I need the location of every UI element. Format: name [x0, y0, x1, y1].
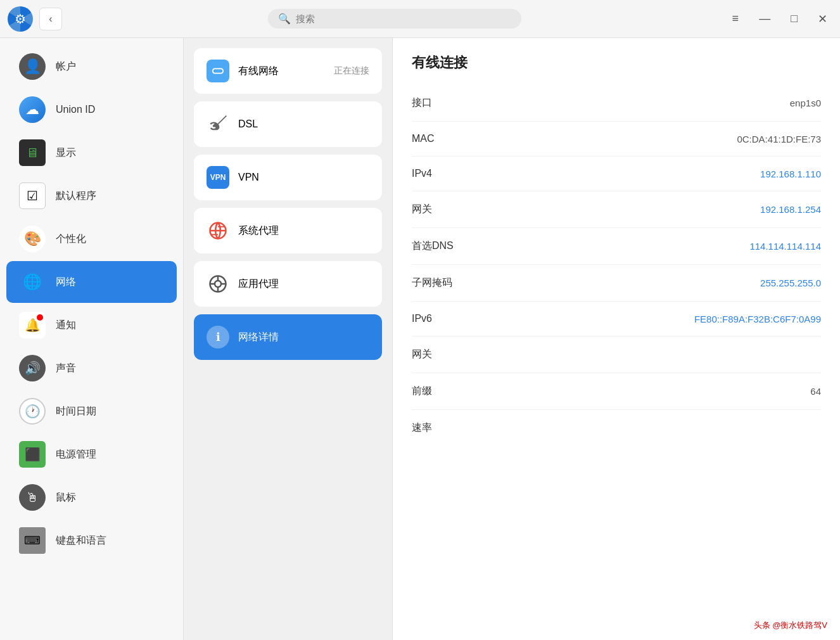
titlebar: ‹ 🔍 ≡ — □ ✕ [0, 0, 840, 38]
sidebar-label-personal: 个性化 [56, 233, 86, 246]
menu-button[interactable]: ≡ [727, 10, 744, 28]
account-icon: 👤 [19, 53, 46, 80]
detail-value-interface: enp1s0 [790, 98, 821, 108]
sidebar-label-display: 显示 [56, 146, 76, 160]
display-icon: 🖥 [19, 139, 46, 166]
sidebar-item-datetime[interactable]: 🕐 时间日期 [6, 390, 177, 432]
detail-key-gateway: 网关 [412, 203, 432, 216]
detail-key-prefix: 前缀 [412, 385, 432, 398]
detail-key-gateway6: 网关 [412, 348, 432, 361]
svg-point-6 [215, 281, 221, 287]
svg-point-0 [214, 70, 217, 72]
sidebar-label-mouse: 鼠标 [56, 491, 76, 504]
detail-row-dns: 首选DNS 114.114.114.114 [412, 228, 821, 265]
sidebar-item-display[interactable]: 🖥 显示 [6, 132, 177, 174]
titlebar-right: ≡ — □ ✕ [727, 10, 832, 29]
appproxy-icon [207, 272, 229, 295]
detail-row-ipv6: IPv6 FE80::F89A:F32B:C6F7:0A99 [412, 302, 821, 336]
main-content: 👤 帐户 ☁ Union ID 🖥 显示 ☑ 默认程序 🎨 个性化 🌐 网络 [0, 38, 840, 640]
detail-title: 有线连接 [412, 53, 821, 72]
detail-value-prefix: 64 [810, 386, 821, 397]
detail-key-ipv4: IPv4 [412, 168, 432, 179]
sidebar-label-keyboard: 键盘和语言 [56, 534, 106, 547]
netdetail-label: 网络详情 [238, 331, 369, 344]
sound-icon: 🔊 [19, 355, 46, 381]
personal-icon: 🎨 [19, 226, 46, 252]
sidebar-label-datetime: 时间日期 [56, 405, 96, 418]
sysproxy-label: 系统代理 [238, 224, 369, 238]
sysproxy-icon [207, 219, 229, 242]
default-icon: ☑ [19, 182, 46, 209]
sidebar-item-sound[interactable]: 🔊 声音 [6, 347, 177, 389]
sidebar-label-unionid: Union ID [56, 104, 95, 115]
detail-value-dns: 114.114.114.114 [749, 241, 821, 252]
sidebar-item-unionid[interactable]: ☁ Union ID [6, 89, 177, 131]
appproxy-label: 应用代理 [238, 278, 369, 291]
middle-panel: 有线网络 正在连接 DSL VPN VPN [184, 38, 393, 640]
network-icon: 🌐 [19, 269, 46, 295]
mouse-icon: 🖱 [19, 484, 46, 511]
wired-network-icon [207, 60, 229, 82]
sidebar-label-power: 电源管理 [56, 448, 96, 461]
detail-row-speed: 速率 [412, 410, 821, 446]
dsl-icon [207, 113, 229, 136]
sidebar-item-default[interactable]: ☑ 默认程序 [6, 175, 177, 217]
detail-key-subnet: 子网掩码 [412, 276, 452, 290]
detail-key-mac: MAC [412, 133, 435, 144]
sidebar-item-personal[interactable]: 🎨 个性化 [6, 218, 177, 260]
keyboard-icon: ⌨ [19, 527, 46, 554]
restore-button[interactable]: □ [786, 10, 803, 28]
back-button[interactable]: ‹ [39, 8, 62, 30]
middle-item-vpn[interactable]: VPN VPN [194, 155, 382, 200]
detail-value-subnet: 255.255.255.0 [760, 278, 821, 288]
search-input[interactable] [296, 13, 511, 24]
close-button[interactable]: ✕ [813, 10, 832, 29]
detail-value-ipv6: FE80::F89A:F32B:C6F7:0A99 [694, 314, 821, 324]
detail-row-mac: MAC 0C:DA:41:1D:FE:73 [412, 122, 821, 157]
detail-row-gateway6: 网关 [412, 336, 821, 373]
middle-item-wired[interactable]: 有线网络 正在连接 [194, 48, 382, 94]
power-icon: ⬛ [19, 441, 46, 468]
sidebar-label-account: 帐户 [56, 60, 76, 74]
wired-network-status: 正在连接 [334, 65, 369, 77]
sidebar-item-mouse[interactable]: 🖱 鼠标 [6, 477, 177, 518]
detail-row-subnet: 子网掩码 255.255.255.0 [412, 265, 821, 302]
middle-item-dsl[interactable]: DSL [194, 101, 382, 147]
titlebar-left: ‹ [8, 6, 62, 32]
middle-item-appproxy[interactable]: 应用代理 [194, 261, 382, 307]
detail-row-prefix: 前缀 64 [412, 373, 821, 410]
unionid-icon: ☁ [19, 96, 46, 123]
detail-key-speed: 速率 [412, 421, 432, 435]
sidebar-label-sound: 声音 [56, 362, 76, 375]
notify-icon: 🔔 [19, 312, 46, 338]
vpn-label: VPN [238, 172, 369, 183]
minimize-button[interactable]: — [754, 10, 775, 28]
detail-key-interface: 接口 [412, 96, 432, 110]
netdetail-icon: ℹ [207, 326, 229, 349]
app-logo [8, 6, 33, 32]
sidebar-item-network[interactable]: 🌐 网络 [6, 261, 177, 303]
watermark: 头条 @衡水铁路驾V [748, 617, 834, 634]
detail-row-interface: 接口 enp1s0 [412, 85, 821, 122]
datetime-icon: 🕐 [19, 398, 46, 425]
middle-item-netdetail[interactable]: ℹ 网络详情 [194, 314, 382, 360]
middle-item-sysproxy[interactable]: 系统代理 [194, 208, 382, 253]
vpn-icon: VPN [207, 166, 229, 189]
wired-network-label: 有线网络 [238, 65, 325, 78]
detail-row-gateway: 网关 192.168.1.254 [412, 191, 821, 228]
detail-key-ipv6: IPv6 [412, 313, 432, 324]
detail-value-mac: 0C:DA:41:1D:FE:73 [737, 134, 821, 144]
sidebar-label-default: 默认程序 [56, 189, 96, 203]
detail-key-dns: 首选DNS [412, 240, 454, 253]
detail-row-ipv4: IPv4 192.168.1.110 [412, 157, 821, 191]
search-icon: 🔍 [278, 13, 291, 25]
sidebar-item-keyboard[interactable]: ⌨ 键盘和语言 [6, 520, 177, 561]
search-bar: 🔍 [62, 9, 727, 29]
sidebar-item-notify[interactable]: 🔔 通知 [6, 304, 177, 346]
search-input-wrap: 🔍 [268, 9, 521, 29]
sidebar-item-account[interactable]: 👤 帐户 [6, 46, 177, 87]
sidebar-item-power[interactable]: ⬛ 电源管理 [6, 433, 177, 475]
sidebar-label-notify: 通知 [56, 319, 76, 332]
detail-panel: 有线连接 接口 enp1s0 MAC 0C:DA:41:1D:FE:73 IPv… [393, 38, 840, 640]
detail-value-ipv4: 192.168.1.110 [760, 169, 821, 179]
